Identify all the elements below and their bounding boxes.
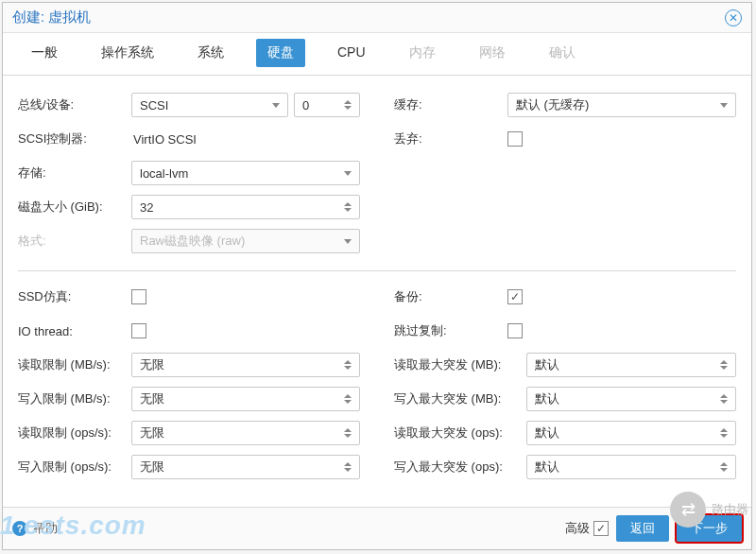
create-vm-dialog: 创建: 虚拟机 ✕ 一般 操作系统 系统 硬盘 CPU 内存 网络 确认 总线/… bbox=[2, 2, 752, 550]
iothread-label: IO thread: bbox=[18, 324, 131, 338]
bus-device-label: 总线/设备: bbox=[18, 96, 131, 113]
tab-system[interactable]: 系统 bbox=[186, 39, 235, 67]
disk-size-label: 磁盘大小 (GiB): bbox=[18, 199, 131, 216]
form-body: 总线/设备: SCSI 0 SCSI控制器: VirtIO SCSI 存储: l… bbox=[3, 76, 751, 507]
skip-repl-checkbox[interactable] bbox=[507, 323, 523, 338]
tab-network: 网络 bbox=[468, 39, 517, 67]
dialog-title: 创建: 虚拟机 bbox=[12, 9, 91, 26]
tab-general[interactable]: 一般 bbox=[20, 39, 69, 67]
adv-left-column: SSD仿真: IO thread: 读取限制 (MB/s): 无限 写入限制 (… bbox=[18, 281, 360, 485]
tab-cpu[interactable]: CPU bbox=[326, 39, 377, 67]
advanced-toggle[interactable]: 高级 bbox=[565, 520, 609, 537]
storage-label: 存储: bbox=[18, 164, 131, 182]
write-burst-ops-spinner[interactable]: 默认 bbox=[526, 455, 736, 479]
tab-bar: 一般 操作系统 系统 硬盘 CPU 内存 网络 确认 bbox=[3, 33, 751, 76]
write-burst-ops-label: 写入最大突发 (ops): bbox=[394, 459, 526, 476]
write-burst-mb-spinner[interactable]: 默认 bbox=[526, 387, 736, 411]
tab-confirm: 确认 bbox=[538, 39, 587, 67]
scsi-ctrl-value: VirtIO SCSI bbox=[131, 132, 360, 147]
disk-size-spinner[interactable]: 32 bbox=[131, 195, 360, 219]
back-button[interactable]: 返回 bbox=[616, 515, 669, 542]
skip-repl-label: 跳过复制: bbox=[394, 322, 507, 339]
watermark-right: ⇄ 路由器 bbox=[670, 492, 748, 528]
router-icon: ⇄ bbox=[670, 492, 706, 528]
ssd-checkbox[interactable] bbox=[131, 289, 146, 304]
backup-checkbox[interactable] bbox=[507, 289, 523, 304]
read-burst-ops-label: 读取最大突发 (ops): bbox=[394, 424, 526, 441]
bus-index-spinner[interactable]: 0 bbox=[294, 93, 360, 117]
separator bbox=[18, 270, 736, 271]
cache-select[interactable]: 默认 (无缓存) bbox=[507, 93, 736, 117]
tab-os[interactable]: 操作系统 bbox=[90, 39, 165, 67]
storage-select[interactable]: local-lvm bbox=[131, 161, 360, 185]
format-label: 格式: bbox=[18, 233, 131, 250]
read-burst-mb-label: 读取最大突发 (MB): bbox=[394, 356, 526, 373]
close-icon[interactable]: ✕ bbox=[725, 9, 742, 26]
right-column: 缓存: 默认 (无缓存) 丢弃: bbox=[394, 89, 736, 259]
write-ops-spinner[interactable]: 无限 bbox=[131, 455, 360, 479]
write-mb-spinner[interactable]: 无限 bbox=[131, 387, 360, 411]
advanced-label: 高级 bbox=[565, 520, 590, 537]
scsi-ctrl-label: SCSI控制器: bbox=[18, 130, 131, 147]
discard-label: 丢弃: bbox=[394, 130, 507, 147]
left-column: 总线/设备: SCSI 0 SCSI控制器: VirtIO SCSI 存储: l… bbox=[18, 89, 360, 259]
cache-label: 缓存: bbox=[394, 96, 507, 113]
read-burst-mb-spinner[interactable]: 默认 bbox=[526, 353, 736, 377]
iothread-checkbox[interactable] bbox=[131, 323, 146, 338]
bus-device-select[interactable]: SCSI bbox=[131, 93, 288, 117]
discard-checkbox[interactable] bbox=[507, 131, 523, 147]
advanced-checkbox[interactable] bbox=[593, 521, 609, 536]
watermark-left: 1 ests.com bbox=[0, 511, 146, 541]
read-ops-spinner[interactable]: 无限 bbox=[131, 421, 360, 445]
read-ops-label: 读取限制 (ops/s): bbox=[18, 424, 131, 441]
write-burst-mb-label: 写入最大突发 (MB): bbox=[394, 390, 526, 407]
read-mb-spinner[interactable]: 无限 bbox=[131, 353, 360, 377]
backup-label: 备份: bbox=[394, 288, 507, 305]
adv-right-column: 备份: 跳过复制: 读取最大突发 (MB): 默认 写入最大突发 (MB): 默… bbox=[394, 281, 736, 485]
tab-disk[interactable]: 硬盘 bbox=[256, 39, 305, 67]
title-bar: 创建: 虚拟机 ✕ bbox=[3, 3, 751, 33]
ssd-label: SSD仿真: bbox=[18, 288, 131, 305]
read-burst-ops-spinner[interactable]: 默认 bbox=[526, 421, 736, 445]
write-mb-label: 写入限制 (MB/s): bbox=[18, 390, 131, 407]
format-select: Raw磁盘映像 (raw) bbox=[131, 229, 360, 253]
read-mb-label: 读取限制 (MB/s): bbox=[18, 356, 131, 373]
write-ops-label: 写入限制 (ops/s): bbox=[18, 459, 131, 476]
tab-memory: 内存 bbox=[398, 39, 447, 67]
